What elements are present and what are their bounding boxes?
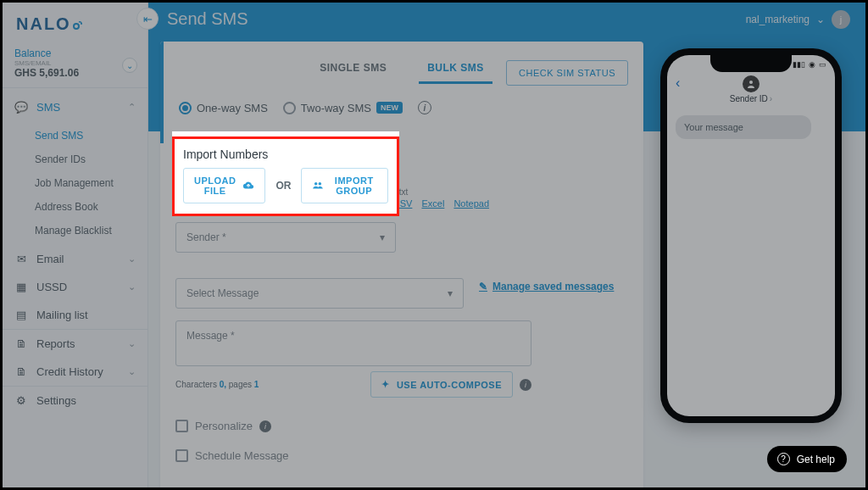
sidebar: NALO Balance SMS/EMAIL GHS 5,691.06 ⌄ 💬S… xyxy=(3,3,148,487)
svg-point-3 xyxy=(314,182,318,186)
chevron-down-icon: ⌄ xyxy=(128,253,136,264)
select-message[interactable]: Select Message▾ xyxy=(175,278,464,309)
gear-icon: ⚙ xyxy=(14,394,28,407)
nav-reports[interactable]: 🗎Reports ⌄ xyxy=(3,330,147,358)
new-badge: NEW xyxy=(376,102,403,114)
list-icon: ▤ xyxy=(14,309,28,321)
nav-mailing-list[interactable]: ▤Mailing list xyxy=(3,301,147,329)
chat-icon: 💬 xyxy=(14,101,28,114)
sidebar-collapse-button[interactable]: ⇤ xyxy=(136,8,159,30)
caret-down-icon: ▾ xyxy=(448,287,453,299)
radio-unchecked-icon xyxy=(283,102,296,114)
balance-block: Balance SMS/EMAIL GHS 5,691.06 ⌄ xyxy=(3,42,147,88)
char-count: Characters 0, pages 1 xyxy=(175,380,259,389)
group-icon xyxy=(312,181,324,192)
avatar: j xyxy=(832,10,850,29)
radio-two-way[interactable]: Two-way SMSNEW xyxy=(283,102,403,114)
svg-point-4 xyxy=(319,182,322,186)
schedule-checkbox[interactable]: Schedule Message xyxy=(175,449,628,462)
card-accent xyxy=(160,42,164,143)
tab-single-sms[interactable]: SINGLE SMS xyxy=(316,55,390,81)
balance-amount: GHS 5,691.06 xyxy=(14,67,136,79)
upload-file-button[interactable]: UPLOAD FILE xyxy=(183,168,265,203)
nav-sender-ids[interactable]: Sender IDs xyxy=(3,148,147,171)
message-textarea[interactable]: Message * xyxy=(175,320,531,366)
phone-preview: ▮▮▯ ◉ ▭ ‹ Sender ID› Your message xyxy=(660,48,842,423)
balance-sub: SMS/EMAIL xyxy=(14,59,136,67)
sample-excel-link[interactable]: Excel xyxy=(421,198,444,209)
caret-down-icon: ▾ xyxy=(380,231,385,243)
chevron-down-icon: ⌄ xyxy=(128,366,136,377)
info-icon[interactable]: i xyxy=(418,101,431,114)
nav-ussd[interactable]: ▦USSD ⌄ xyxy=(3,273,147,301)
balance-label: Balance xyxy=(14,47,136,59)
svg-point-2 xyxy=(749,81,753,84)
checkbox-unchecked-icon xyxy=(175,449,188,462)
help-icon: ? xyxy=(777,453,790,465)
nav-send-sms[interactable]: Send SMS xyxy=(3,124,147,148)
report-icon: 🗎 xyxy=(14,337,28,350)
chevron-down-icon: ⌄ xyxy=(126,61,133,70)
svg-point-0 xyxy=(74,24,79,29)
import-group-button[interactable]: IMPORT GROUP xyxy=(301,168,388,203)
check-sim-status-button[interactable]: CHECK SIM STATUS xyxy=(506,60,628,86)
nav-sms[interactable]: 💬SMS ⌃ xyxy=(3,93,147,121)
mail-icon: ✉ xyxy=(14,253,28,265)
main-card: SINGLE SMS BULK SMS CHECK SIM STATUS One… xyxy=(160,42,643,490)
sender-select[interactable]: Sender *▾ xyxy=(175,222,396,253)
nav-email[interactable]: ✉Email ⌄ xyxy=(3,245,147,273)
import-title: Import Numbers xyxy=(183,148,388,161)
phone-sender-id: Sender ID› xyxy=(667,94,835,103)
page-title: Send SMS xyxy=(167,9,248,29)
sms-direction-radios: One-way SMS Two-way SMSNEW i xyxy=(179,101,628,114)
help-button[interactable]: ? Get help xyxy=(767,446,847,472)
history-icon: 🗎 xyxy=(14,365,28,378)
auto-compose-button[interactable]: ✦USE AUTO-COMPOSE xyxy=(370,371,513,398)
phone-message-bubble: Your message xyxy=(676,115,811,139)
phone-back-button: ‹ xyxy=(676,75,680,91)
nav-settings[interactable]: ⚙Settings xyxy=(3,387,147,415)
info-icon[interactable]: i xyxy=(520,379,531,391)
nav-credit-history[interactable]: 🗎Credit History ⌄ xyxy=(3,358,147,386)
logo-mark-icon xyxy=(73,14,83,34)
radio-one-way[interactable]: One-way SMS xyxy=(179,102,268,114)
sparkle-icon: ✦ xyxy=(381,379,390,390)
checkbox-unchecked-icon xyxy=(175,420,188,432)
user-menu[interactable]: nal_marketing ⌄ j xyxy=(746,10,850,29)
battery-icon: ▭ xyxy=(819,60,826,69)
logo: NALO xyxy=(3,9,147,42)
balance-expand-button[interactable]: ⌄ xyxy=(122,58,137,73)
manage-saved-messages-link[interactable]: ✎Manage saved messages xyxy=(479,281,614,292)
radio-checked-icon xyxy=(179,102,192,114)
collapse-icon: ⇤ xyxy=(143,13,153,25)
import-numbers-section: Import Numbers UPLOAD FILE OR IMPORT GRO… xyxy=(172,136,399,216)
svg-point-1 xyxy=(81,23,82,25)
signal-icon: ▮▮▯ xyxy=(793,60,805,69)
cloud-upload-icon xyxy=(242,181,254,192)
chevron-up-icon: ⌃ xyxy=(128,102,136,113)
edit-icon: ✎ xyxy=(479,281,487,292)
nav-manage-blacklist[interactable]: Manage Blacklist xyxy=(3,219,147,242)
nav-address-book[interactable]: Address Book xyxy=(3,195,147,219)
info-icon[interactable]: i xyxy=(259,420,271,432)
chevron-down-icon: ⌄ xyxy=(128,281,136,292)
phone-notch xyxy=(710,55,792,72)
nav-sms-sub: Send SMS Sender IDs Job Management Addre… xyxy=(3,121,147,245)
import-highlight: Import Numbers UPLOAD FILE OR IMPORT GRO… xyxy=(172,131,399,216)
or-label: OR xyxy=(275,180,291,192)
tab-bulk-sms[interactable]: BULK SMS xyxy=(424,55,487,81)
phone-avatar-icon xyxy=(743,75,760,92)
sample-notepad-link[interactable]: Notepad xyxy=(453,198,489,209)
personalize-checkbox[interactable]: Personalize i xyxy=(175,420,628,432)
chevron-down-icon: ⌄ xyxy=(816,14,825,25)
keypad-icon: ▦ xyxy=(14,281,28,293)
nav-job-management[interactable]: Job Management xyxy=(3,171,147,195)
chevron-down-icon: ⌄ xyxy=(128,338,136,349)
wifi-icon: ◉ xyxy=(809,60,815,69)
